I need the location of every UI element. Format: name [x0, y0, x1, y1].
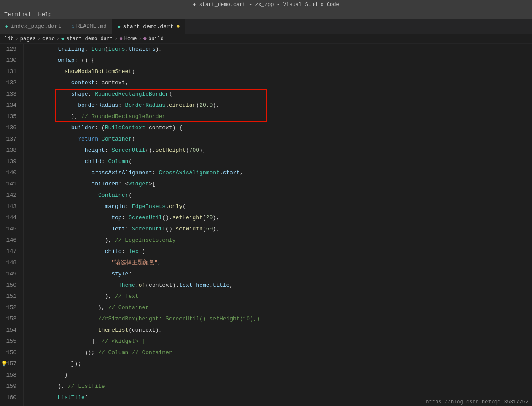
code-line-143: margin: EdgeInsets.only( [31, 201, 523, 212]
editor-area: 129 130 131 132 133 134 135 136 137 138 … [0, 44, 532, 406]
breadcrumb: lib › pages › demo › ◆ start_demo.dart ›… [0, 34, 532, 44]
code-line-150: Theme.of(context).textTheme.title, [31, 280, 523, 291]
menu-bar: Terminal Help [0, 10, 532, 19]
code-line-134: borderRadius: BorderRadius.circular(20.0… [31, 100, 523, 111]
code-line-154: themeList(context), [31, 325, 523, 336]
line-numbers: 129 130 131 132 133 134 135 136 137 138 … [0, 44, 24, 406]
bc-build[interactable]: build [148, 36, 164, 42]
gutter-134: 134 [0, 100, 20, 111]
bc-sep5: › [139, 36, 142, 42]
bc-sep3: › [57, 36, 60, 42]
bc-sep2: › [38, 36, 41, 42]
code-line-136: builder: (BuildContext context) { [31, 122, 523, 134]
gutter-142: 142 [0, 190, 20, 201]
title-bar: ● start_demo.dart - zx_zpp - Visual Stud… [0, 0, 532, 10]
code-area[interactable]: trailing: Icon(Icons.theaters), onTap: (… [24, 44, 532, 406]
gutter-129: 129 [0, 44, 20, 55]
menu-help[interactable]: Help [38, 11, 51, 18]
tab-bar: ◆ index_page.dart ℹ README.md ◆ start_de… [0, 19, 532, 34]
bc-home[interactable]: Home [124, 36, 137, 42]
bc-icon-build: ⊕ [143, 35, 147, 42]
gutter-143: 143 [0, 201, 20, 212]
bulb-icon: 💡 [1, 358, 7, 370]
gutter-133: 133 [0, 89, 20, 100]
gutter-151: 151 [0, 291, 20, 302]
title-text: ● start_demo.dart - zx_zpp - Visual Stud… [193, 2, 339, 8]
gutter-131: 131 [0, 66, 20, 77]
gutter-137: 137 [0, 134, 20, 145]
gutter-144: 144 [0, 212, 20, 224]
code-line-142: Container( [31, 190, 523, 201]
code-line-151: ), // Text [31, 291, 523, 302]
gutter-139: 139 [0, 156, 20, 167]
tab-label-readme: README.md [76, 23, 107, 29]
code-line-159: ), // ListTile [31, 381, 523, 392]
menu-terminal[interactable]: Terminal [4, 11, 31, 18]
gutter-157: 157 💡 [0, 358, 20, 370]
gutter-160: 160 [0, 392, 20, 403]
code-line-137: return Container( [31, 134, 523, 145]
code-line-130: onTap: () { [31, 55, 523, 66]
gutter-145: 145 [0, 224, 20, 235]
code-line-156: )); // Column // Container [31, 347, 523, 358]
code-line-132: context: context, [31, 77, 523, 89]
code-line-141: children: <Widget>[ [31, 179, 523, 190]
tab-label-index: index_page.dart [11, 23, 61, 29]
code-content: trailing: Icon(Icons.theaters), onTap: (… [24, 44, 532, 403]
gutter-159: 159 [0, 381, 20, 392]
tab-start-demo[interactable]: ◆ start_demo.dart ● [112, 19, 186, 34]
gutter-146: 146 [0, 235, 20, 246]
gutter-158: 158 [0, 370, 20, 381]
bc-lib[interactable]: lib [4, 36, 14, 42]
gutter-136: 136 [0, 122, 20, 134]
code-line-152: ), // Container [31, 302, 523, 313]
gutter-154: 154 [0, 325, 20, 336]
tab-label-start: start_demo.dart [123, 23, 174, 30]
tab-readme[interactable]: ℹ README.md [67, 19, 112, 34]
code-line-149: style: [31, 269, 523, 280]
unsaved-dot: ● [176, 23, 181, 30]
code-line-148: "请选择主题颜色", [31, 257, 523, 269]
gutter-135: 135 [0, 111, 20, 122]
code-line-155: ], // <Widget>[] [31, 336, 523, 347]
tab-index-page[interactable]: ◆ index_page.dart [0, 19, 67, 34]
gutter-130: 130 [0, 55, 20, 66]
code-line-138: height: ScreenUtil().setHeight(700), [31, 145, 523, 156]
code-line-147: child: Text( [31, 246, 523, 257]
code-line-144: top: ScreenUtil().setHeight(20), [31, 212, 523, 224]
bc-demo[interactable]: demo [42, 36, 55, 42]
code-line-133: shape: RoundedRectangleBorder( [31, 89, 523, 100]
dart-icon: ◆ [5, 23, 8, 29]
bc-sep1: › [16, 36, 19, 42]
code-line-145: left: ScreenUtil().setWidth(60), [31, 224, 523, 235]
code-line-129: trailing: Icon(Icons.theaters), [31, 44, 523, 55]
gutter-153: 153 [0, 313, 20, 325]
bc-file[interactable]: start_demo.dart [66, 36, 113, 42]
status-bar-url: https://blog.csdn.net/qq_35317752 [422, 398, 532, 406]
gutter-147: 147 [0, 246, 20, 257]
gutter-138: 138 [0, 145, 20, 156]
code-line-146: ), // EdgeInsets.only [31, 235, 523, 246]
code-line-135: ), // RoundedRectangleBorder [31, 111, 523, 122]
gutter-132: 132 [0, 77, 20, 89]
readme-icon: ℹ [72, 23, 74, 29]
gutter-141: 141 [0, 179, 20, 190]
blog-url: https://blog.csdn.net/qq_35317752 [426, 399, 529, 405]
bc-pages[interactable]: pages [20, 36, 36, 42]
bc-sep4: › [115, 36, 118, 42]
code-line-153: //rSizedBox(height: ScreenUtil().setHeig… [31, 313, 523, 325]
gutter-140: 140 [0, 167, 20, 179]
gutter-149: 149 [0, 269, 20, 280]
gutter-150: 150 [0, 280, 20, 291]
code-line-139: child: Column( [31, 156, 523, 167]
code-line-158: } [31, 370, 523, 381]
gutter-156: 156 [0, 347, 20, 358]
bc-icon-dart: ◆ [61, 35, 64, 42]
gutter-152: 152 [0, 302, 20, 313]
bc-icon-home: ⊕ [120, 35, 123, 42]
gutter-155: 155 [0, 336, 20, 347]
gutter-148: 148 [0, 257, 20, 269]
code-line-140: crossAxisAlignment: CrossAxisAlignment.s… [31, 167, 523, 179]
code-line-157: }); [31, 358, 523, 370]
dart-icon-2: ◆ [118, 24, 121, 29]
